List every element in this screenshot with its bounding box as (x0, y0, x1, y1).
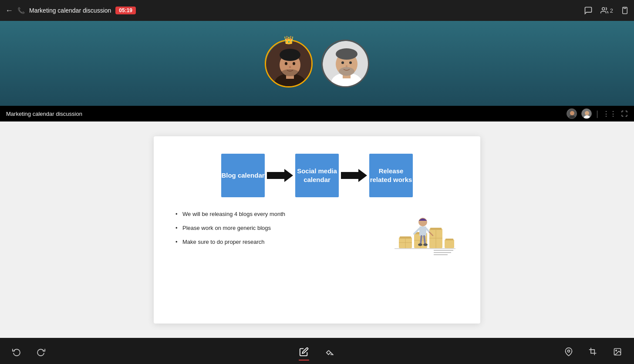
top-bar-actions: 2 (584, 6, 629, 15)
svg-line-46 (426, 229, 429, 232)
flow-box-blog: Blog calendar (221, 154, 265, 197)
slide-area: Blog calendar Social media calendar Rele… (0, 121, 634, 338)
fullscreen-button[interactable] (621, 110, 628, 117)
crop-button[interactable] (585, 344, 601, 360)
presentation-bar-actions: | ⋮⋮ (567, 108, 628, 119)
toolbar-left (9, 344, 49, 360)
participant-1-circle (265, 40, 313, 88)
svg-point-15 (336, 48, 357, 60)
participants-button[interactable]: 2 (600, 7, 613, 14)
svg-point-17 (341, 61, 344, 64)
video-area: 👑 (0, 21, 634, 106)
call-title: Marketing calendar discussion (29, 7, 111, 14)
participant-2-circle (321, 40, 369, 88)
svg-point-49 (418, 243, 422, 246)
bullet-list: We will be releasing 4 blogs every month… (175, 210, 376, 246)
bullet-item-1: We will be releasing 4 blogs every month (175, 210, 376, 218)
participant-2-avatar (321, 40, 369, 88)
svg-point-21 (570, 111, 574, 115)
phone-icon: 📞 (17, 7, 25, 14)
participants-count: 2 (610, 7, 613, 14)
svg-point-6 (280, 49, 300, 61)
svg-rect-44 (419, 226, 426, 236)
presentation-bar: Marketing calendar discussion | ⋮⋮ (0, 106, 634, 121)
svg-marker-26 (267, 169, 293, 182)
svg-point-9 (289, 66, 291, 68)
clipboard-button[interactable] (621, 7, 629, 14)
redo-button[interactable] (33, 344, 49, 360)
svg-point-56 (568, 350, 570, 352)
toolbar-area (0, 338, 634, 364)
flow-box-release: Release related works (369, 154, 413, 197)
svg-rect-41 (445, 239, 453, 240)
call-timer: 05:19 (115, 7, 136, 14)
crown-icon: 👑 (284, 35, 293, 45)
pin-button[interactable] (561, 344, 577, 360)
participant-1-avatar: 👑 (265, 40, 313, 88)
svg-rect-1 (624, 7, 626, 9)
presenter-avatar-2 (581, 108, 592, 119)
bullet-item-3: Make sure to do proper research (175, 238, 376, 246)
slide-bottom: We will be releasing 4 blogs every month… (175, 210, 459, 263)
toolbar-center (296, 344, 338, 360)
image-button[interactable] (610, 344, 625, 360)
svg-rect-40 (445, 239, 454, 248)
presenter-avatar-1 (567, 108, 577, 119)
draw-button[interactable] (296, 344, 312, 360)
svg-point-10 (281, 69, 299, 76)
eraser-button[interactable] (322, 344, 338, 360)
svg-point-19 (346, 65, 348, 67)
svg-point-18 (349, 61, 352, 64)
svg-marker-27 (341, 169, 367, 182)
svg-point-0 (602, 7, 605, 10)
more-options-button[interactable]: ⋮⋮ (603, 110, 617, 118)
top-bar: ← 📞 Marketing calendar discussion 05:19 … (0, 0, 634, 21)
divider: | (596, 109, 598, 118)
svg-line-48 (424, 236, 425, 244)
slide-card: Blog calendar Social media calendar Rele… (154, 136, 480, 324)
undo-button[interactable] (9, 344, 24, 360)
svg-point-50 (423, 243, 428, 246)
flow-box-social: Social media calendar (295, 154, 339, 197)
svg-point-24 (585, 111, 589, 115)
bullet-item-2: Please work on more generic blogs (175, 224, 376, 232)
svg-point-16 (339, 67, 354, 76)
svg-point-8 (293, 62, 295, 65)
flow-diagram: Blog calendar Social media calendar Rele… (175, 154, 459, 197)
back-button[interactable]: ← (5, 6, 13, 15)
chat-button[interactable] (584, 6, 593, 15)
arrow-2 (339, 168, 369, 183)
svg-line-47 (421, 236, 422, 244)
presentation-title: Marketing calendar discussion (6, 111, 82, 117)
toolbar-right (561, 344, 625, 360)
arrow-1 (265, 168, 295, 183)
slide-illustration (389, 210, 459, 263)
svg-point-58 (616, 350, 617, 351)
svg-point-7 (285, 62, 287, 65)
